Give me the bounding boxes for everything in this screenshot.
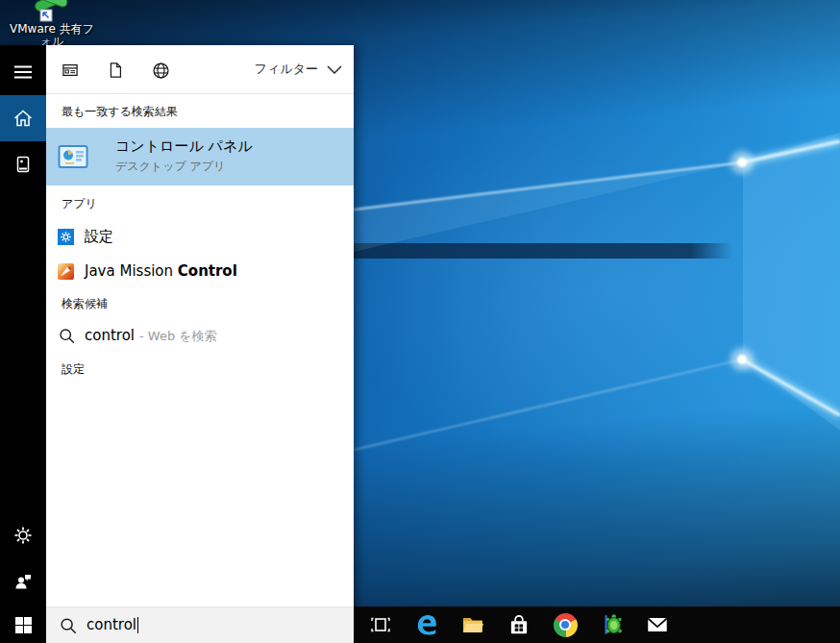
suggestions-section-header: 検索候補 — [62, 296, 108, 312]
best-match-result-control-panel[interactable]: コントロール パネル デスクトップ アプリ — [46, 128, 354, 185]
suggestion-text: control- Web を検索 — [85, 327, 217, 345]
apps-section-header: アプリ — [62, 196, 97, 212]
journal-icon — [12, 153, 35, 176]
control-panel-icon — [58, 141, 88, 172]
app-result-java-mission-control[interactable]: Java Mission Control — [46, 255, 354, 289]
taskbar-task-view-button[interactable] — [358, 606, 404, 643]
start-button[interactable] — [0, 606, 46, 643]
text-caret — [137, 617, 138, 633]
menu-button[interactable] — [0, 49, 46, 95]
tortoise-icon — [599, 612, 624, 637]
home-icon — [12, 107, 35, 130]
settings-app-label: 設定 — [85, 228, 113, 246]
taskbar-file-explorer-button[interactable] — [450, 606, 496, 643]
filter-web-button[interactable] — [144, 54, 177, 87]
web-search-suggestion[interactable]: control- Web を検索 — [46, 322, 354, 351]
feedback-button[interactable] — [0, 558, 46, 605]
taskbar-chrome-button[interactable] — [542, 606, 588, 643]
filter-label: フィルター — [255, 61, 318, 78]
filter-documents-button[interactable] — [99, 54, 132, 87]
edge-icon — [414, 612, 439, 637]
globe-filter-icon — [151, 61, 171, 81]
windows-logo-icon — [14, 616, 33, 634]
search-flyout: フィルター 最も一致する検索結果 コントロール パネル デス — [0, 45, 354, 643]
best-match-header: 最も一致する検索結果 — [62, 104, 178, 120]
store-icon — [506, 612, 531, 637]
mail-icon — [645, 612, 670, 637]
search-results-panel: フィルター 最も一致する検索結果 コントロール パネル デス — [46, 45, 354, 643]
taskbar-tortoise-button[interactable] — [588, 606, 634, 643]
taskbar-mail-button[interactable] — [634, 606, 680, 643]
hamburger-icon — [12, 62, 34, 83]
search-rail — [0, 45, 46, 643]
vmware-shared-folder-icon — [27, 0, 77, 23]
home-button[interactable] — [0, 95, 46, 141]
header-divider — [46, 93, 354, 94]
best-match-title: コントロール パネル — [115, 137, 253, 156]
taskbar-store-button[interactable] — [496, 606, 542, 643]
settings-app-icon — [58, 229, 74, 245]
best-match-subtitle: デスクトップ アプリ — [115, 159, 225, 175]
search-input-value: control — [86, 616, 138, 633]
chevron-down-icon — [327, 65, 342, 74]
task-view-icon — [368, 613, 393, 636]
taskbar — [354, 606, 840, 643]
search-box-icon — [59, 616, 78, 635]
search-icon — [58, 327, 76, 345]
settings-rail-button[interactable] — [0, 512, 46, 558]
filter-apps-button[interactable] — [54, 54, 86, 87]
app-result-settings[interactable]: 設定 — [46, 220, 354, 255]
taskbar-edge-button[interactable] — [404, 606, 450, 643]
chrome-icon — [554, 613, 578, 637]
file-explorer-icon — [460, 613, 485, 636]
journal-button[interactable] — [0, 141, 46, 187]
feedback-person-icon — [12, 570, 35, 593]
document-filter-icon — [106, 61, 125, 80]
settings-section-header: 設定 — [62, 361, 85, 378]
windows-desktop-screen: VMware 共有フォル ダ — [0, 0, 840, 643]
gear-icon — [12, 524, 35, 547]
java-mission-control-label: Java Mission Control — [85, 262, 237, 280]
java-mission-control-icon — [58, 263, 74, 280]
apps-filter-icon — [61, 61, 80, 80]
suggestion-suffix: - Web を検索 — [139, 329, 217, 343]
search-input[interactable]: control — [46, 606, 354, 643]
filter-dropdown[interactable]: フィルター — [255, 45, 342, 93]
